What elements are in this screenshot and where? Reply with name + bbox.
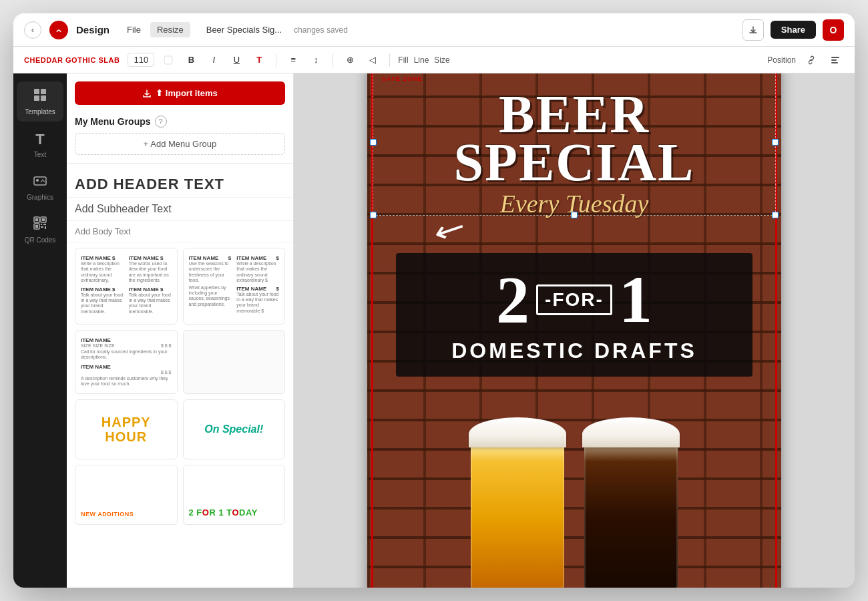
- qr-icon: [33, 216, 47, 234]
- main-content: Templates T Text Graphics: [13, 73, 855, 588]
- canvas-container: SAFE ZONE BEER SPECIAL: [367, 73, 781, 588]
- add-menu-group-button[interactable]: + Add Menu Group: [75, 133, 285, 155]
- nav-file[interactable]: File: [120, 22, 148, 37]
- svg-rect-3: [831, 59, 837, 61]
- poster-subtitle[interactable]: Every Tuesday: [500, 189, 649, 218]
- position-label[interactable]: Position: [767, 55, 796, 65]
- align-button[interactable]: ≡: [284, 51, 302, 69]
- app-logo: [49, 21, 68, 39]
- bold-button[interactable]: B: [182, 51, 200, 69]
- line-height-button[interactable]: ↕: [307, 51, 324, 69]
- help-icon[interactable]: ?: [155, 116, 167, 128]
- sidebar-item-graphics[interactable]: Graphics: [17, 167, 63, 207]
- graphics-label: Graphics: [27, 194, 53, 201]
- template-card-three-size[interactable]: ITEM NAME SIZE SIZE SIZE$ $ $ Call for l…: [75, 330, 178, 394]
- svg-rect-6: [41, 89, 46, 94]
- menu-groups-header: My Menu Groups ?: [67, 113, 293, 133]
- foam-light: [469, 417, 566, 447]
- svg-rect-18: [43, 224, 46, 225]
- svg-rect-7: [34, 95, 39, 101]
- text-icon: T: [35, 131, 44, 148]
- on-special-text: On Special!: [204, 423, 263, 435]
- import-label: ⬆ Import items: [156, 88, 218, 98]
- overflow-button[interactable]: O: [823, 19, 844, 41]
- text-label: Text: [34, 151, 46, 158]
- format-bar-right: Position: [767, 51, 844, 69]
- glass-outline-light: [471, 437, 564, 588]
- document-title[interactable]: Beer Specials Sig...: [206, 25, 282, 35]
- share-button[interactable]: Share: [771, 21, 816, 39]
- svg-rect-16: [35, 225, 38, 228]
- svg-rect-17: [41, 224, 42, 225]
- effects-button[interactable]: ⊕: [341, 51, 359, 69]
- back-button[interactable]: ‹: [24, 21, 41, 39]
- poster-title[interactable]: BEER SPECIAL: [381, 90, 768, 186]
- template-card-placeholder[interactable]: [183, 330, 286, 394]
- size-label[interactable]: Size: [434, 55, 449, 65]
- import-button[interactable]: ⬆ Import items: [75, 81, 285, 105]
- number-1: 1: [619, 266, 652, 333]
- svg-rect-2: [831, 57, 839, 58]
- sidebar-item-templates[interactable]: Templates: [17, 81, 63, 122]
- nav-resize[interactable]: Resize: [150, 22, 190, 37]
- header-text-template[interactable]: ADD HEADER TEXT: [67, 172, 293, 198]
- link-button[interactable]: [803, 51, 820, 69]
- line-label[interactable]: Line: [414, 55, 429, 65]
- arrow-area: ↙: [381, 218, 768, 245]
- number-2: 2: [496, 266, 529, 333]
- graphics-icon: [33, 173, 47, 191]
- italic-button[interactable]: I: [205, 51, 222, 69]
- sidebar-item-qrcodes[interactable]: QR Codes: [17, 210, 63, 250]
- sidebar-item-text[interactable]: T Text: [17, 124, 63, 164]
- top-bar: ‹ Design File Resize Beer Specials Sig..…: [13, 13, 855, 47]
- template-card-on-special[interactable]: On Special!: [183, 399, 286, 459]
- fill-label[interactable]: Fill: [398, 55, 408, 65]
- canvas-area: ◀ SAFE ZONE: [294, 73, 855, 588]
- safe-zone-label: SAFE ZONE: [382, 75, 423, 82]
- download-button[interactable]: [742, 19, 764, 41]
- font-size-input[interactable]: [128, 53, 154, 67]
- separator-3: [389, 53, 390, 67]
- template-card-happy-hour[interactable]: HAPPYHOUR: [75, 399, 178, 459]
- template-card-new-additions[interactable]: NEW ADDITIONS: [75, 465, 178, 525]
- happy-hour-text: HAPPYHOUR: [101, 415, 151, 444]
- two-for-today-text: 2 FOR 1 TODAY: [189, 508, 280, 518]
- color-swatch[interactable]: [160, 51, 177, 69]
- svg-rect-4: [831, 62, 838, 63]
- svg-rect-1: [164, 56, 172, 64]
- template-card-two-col-sauce[interactable]: ITEM NAME$ Use the seasons to underscore…: [183, 248, 286, 325]
- templates-icon: [33, 87, 47, 106]
- overflow-label: O: [830, 25, 837, 35]
- separator-1: [276, 53, 276, 67]
- font-name[interactable]: CHEDDAR GOTHIC SLAB: [24, 56, 120, 64]
- panel-divider: [67, 163, 293, 164]
- app-name: Design: [76, 24, 110, 35]
- opacity-button[interactable]: ◁: [364, 51, 381, 69]
- save-status: changes saved: [294, 25, 348, 35]
- left-panel: ⬆ Import items My Menu Groups ? + Add Me…: [67, 73, 294, 588]
- separator-2: [333, 53, 333, 67]
- subheader-text-template[interactable]: Add Subheader Text: [67, 198, 293, 221]
- light-beer-glass: [467, 417, 568, 588]
- poster[interactable]: SAFE ZONE BEER SPECIAL: [367, 73, 781, 588]
- menu-groups-title: My Menu Groups: [75, 116, 151, 127]
- svg-rect-19: [41, 226, 43, 228]
- domestic-drafts: DOMESTIC DRAFTS: [416, 339, 732, 363]
- svg-point-10: [36, 179, 39, 182]
- template-card-two-col-price[interactable]: ITEM NAME $ Write a description that mak…: [75, 248, 178, 325]
- template-card-two-for-today[interactable]: 2 FOR 1 TODAY: [183, 465, 286, 525]
- underline-button[interactable]: U: [228, 51, 245, 69]
- glass-outline-dark: [584, 437, 678, 588]
- svg-rect-12: [35, 218, 38, 221]
- two-for-one: 2 -FOR- 1: [416, 266, 732, 333]
- template-grid: ITEM NAME $ Write a description that mak…: [67, 242, 293, 530]
- for-text: -FOR-: [536, 284, 612, 315]
- more-options-button[interactable]: [827, 51, 844, 69]
- beer-glasses: [367, 384, 781, 588]
- svg-rect-5: [34, 89, 39, 94]
- svg-rect-9: [34, 177, 46, 185]
- foam-dark: [582, 417, 680, 447]
- text-color-button[interactable]: T: [250, 51, 268, 69]
- arrow-icon: ↙: [429, 208, 467, 248]
- body-text-template[interactable]: Add Body Text: [67, 221, 293, 242]
